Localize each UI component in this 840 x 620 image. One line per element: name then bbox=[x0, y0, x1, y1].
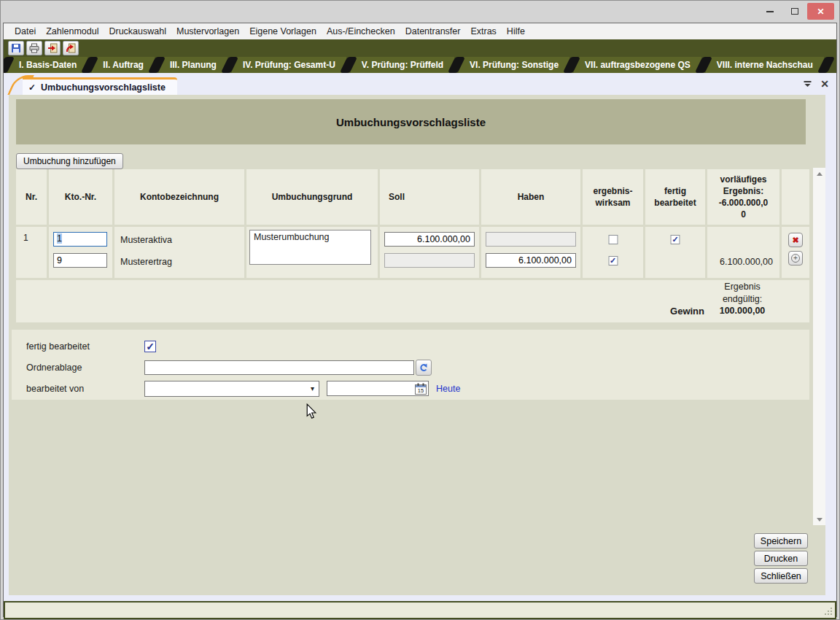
delete-icon: ✖ bbox=[792, 236, 798, 245]
menubar: Datei Zahlenmodul Druckauswahl Mustervor… bbox=[4, 23, 836, 39]
subtab-close-icon[interactable]: ✕ bbox=[820, 79, 829, 89]
heute-link[interactable]: Heute bbox=[436, 384, 460, 394]
drucken-button[interactable]: Drucken bbox=[754, 551, 808, 566]
page-title-band: Umbuchungsvorschlagsliste bbox=[16, 99, 806, 144]
tab-list-icon[interactable] bbox=[804, 81, 812, 88]
speichern-button[interactable]: Speichern bbox=[754, 533, 808, 549]
col-header-kontobezeichnung: Kontobezeichnung bbox=[114, 169, 244, 225]
menu-mustervorlagen[interactable]: Mustervorlagen bbox=[171, 24, 244, 39]
status-bar bbox=[4, 601, 836, 619]
undo-button[interactable] bbox=[416, 360, 432, 376]
subtab-umbuchungsvorschlagsliste[interactable]: ✓ Umbuchungsvorschlagsliste bbox=[23, 77, 177, 95]
resize-grip[interactable] bbox=[823, 606, 833, 616]
fertig-bearbeitet-row-checkbox[interactable] bbox=[671, 235, 680, 244]
checkout-icon bbox=[47, 43, 58, 53]
ordnerablage-input[interactable] bbox=[144, 360, 414, 375]
tab-auftrag[interactable]: II. Auftrag bbox=[92, 57, 155, 73]
fertig-bearbeitet-checkbox[interactable] bbox=[144, 341, 156, 352]
menu-datentransfer[interactable]: Datentransfer bbox=[400, 24, 466, 39]
save-button[interactable] bbox=[8, 41, 24, 55]
gewinn-label: Gewinn bbox=[642, 306, 704, 317]
umbuchung-table: Nr. Kto.-Nr. Kontobezeichnung Umbuchungs… bbox=[16, 169, 809, 278]
delete-row-button[interactable]: ✖ bbox=[788, 233, 803, 247]
menu-eigene-vorlagen[interactable]: Eigene Vorlagen bbox=[244, 24, 322, 39]
col-header-fertig-bearbeitet: fertig bearbeitet bbox=[645, 169, 705, 225]
vorlaeufiges-ergebnis-value: 6.100.000,00 bbox=[720, 257, 773, 267]
col-header-vorlaeufiges-ergebnis: vorläufiges Ergebnis: -6.000.000,0 0 bbox=[707, 169, 779, 225]
app-frame: Datei Zahlenmodul Druckauswahl Mustervor… bbox=[3, 23, 837, 617]
undo-icon bbox=[419, 363, 429, 373]
vertical-scrollbar[interactable] bbox=[813, 168, 825, 525]
add-row-button[interactable]: + bbox=[788, 251, 803, 266]
bezeichnung-haben: Musterertrag bbox=[120, 257, 172, 267]
table-footer: Gewinn Ergebnis endgültig: 100.000,00 bbox=[16, 280, 809, 322]
selected-text: 1 bbox=[57, 233, 62, 244]
close-icon: ✕ bbox=[817, 7, 824, 17]
tab-pruefung-sonstige[interactable]: VI. Prüfung: Sonstige bbox=[459, 57, 569, 73]
close-button[interactable]: ✕ bbox=[807, 3, 834, 20]
maximize-button[interactable] bbox=[784, 3, 806, 20]
chevron-down-icon: ▾ bbox=[311, 384, 314, 392]
col-header-ergebniswirksam: ergebnis- wirksam bbox=[583, 169, 643, 225]
minimize-icon bbox=[766, 11, 774, 12]
konto-soll-input[interactable]: 1 bbox=[53, 232, 107, 247]
soll-disabled-input bbox=[384, 253, 475, 268]
main-tab-bar: I. Basis-Daten II. Auftrag III. Planung … bbox=[4, 57, 836, 73]
row-ergebniswirksam-cell bbox=[583, 227, 643, 278]
scroll-down-icon[interactable] bbox=[813, 514, 825, 525]
col-header-actions bbox=[782, 169, 809, 225]
tab-interne-nachschau[interactable]: VIII. interne Nachschau bbox=[706, 57, 824, 73]
col-header-umbuchungsgrund: Umbuchungsgrund bbox=[246, 169, 378, 225]
datum-input[interactable]: 15 bbox=[327, 381, 429, 396]
page-title: Umbuchungsvorschlagsliste bbox=[336, 116, 486, 128]
application-window: { "titlebar": { "close_glyph": "✕" }, "m… bbox=[0, 0, 840, 620]
menu-datei[interactable]: Datei bbox=[9, 24, 41, 39]
menu-hilfe[interactable]: Hilfe bbox=[502, 24, 530, 39]
haben-input[interactable] bbox=[486, 253, 576, 268]
row-grund-cell: Musterumbuchung bbox=[246, 227, 378, 278]
schliessen-button[interactable]: Schließen bbox=[754, 568, 808, 584]
tab-auftragsbezogene-qs[interactable]: VII. auftragsbezogene QS bbox=[574, 57, 701, 73]
row-fertig-cell bbox=[645, 227, 705, 278]
tab-pruefung-gesamt[interactable]: IV. Prüfung: Gesamt-U bbox=[232, 57, 346, 73]
print-button[interactable] bbox=[26, 41, 42, 55]
menu-zahlenmodul[interactable]: Zahlenmodul bbox=[41, 24, 104, 39]
scroll-up-icon[interactable] bbox=[813, 168, 825, 179]
tab-basis-daten[interactable]: I. Basis-Daten bbox=[8, 57, 88, 73]
col-header-soll: Soll bbox=[380, 169, 479, 225]
col-header-kto-nr: Kto.-Nr. bbox=[49, 169, 112, 225]
row-bezeichnung-cell: Musteraktiva Musterertrag bbox=[114, 227, 244, 278]
svg-text:15: 15 bbox=[418, 387, 424, 394]
calendar-icon[interactable]: 15 bbox=[415, 383, 427, 395]
tab-pruefung-prueffeld[interactable]: V. Prüfung: Prüffeld bbox=[351, 57, 454, 73]
ergebniswirksam-soll-checkbox[interactable] bbox=[608, 235, 618, 244]
tab-planung[interactable]: III. Planung bbox=[159, 57, 228, 73]
bearbeitet-von-select[interactable]: ▾ bbox=[144, 381, 319, 397]
ordnerablage-label: Ordnerablage bbox=[26, 363, 144, 373]
menu-druckauswahl[interactable]: Druckauswahl bbox=[104, 24, 171, 39]
konto-haben-input[interactable] bbox=[53, 253, 107, 268]
row-konto-cell: 1 bbox=[49, 227, 112, 278]
checkout-button[interactable] bbox=[44, 41, 61, 55]
checkin-button[interactable] bbox=[63, 41, 79, 55]
check-icon: ✓ bbox=[28, 82, 36, 93]
row-haben-cell bbox=[481, 227, 580, 278]
checkin-icon bbox=[66, 43, 76, 53]
print-icon bbox=[29, 43, 39, 53]
row-vorlaeufig-cell: 6.100.000,00 bbox=[707, 227, 779, 278]
row-soll-cell bbox=[380, 227, 479, 278]
ergebniswirksam-haben-checkbox[interactable] bbox=[608, 256, 618, 266]
ergebnis-endgueltig-label: Ergebnis endgültig: bbox=[704, 281, 780, 305]
menu-extras[interactable]: Extras bbox=[465, 24, 501, 39]
ergebnis-endgueltig-value: 100.000,00 bbox=[704, 305, 780, 317]
ergebnis-endgueltig: Ergebnis endgültig: 100.000,00 bbox=[704, 281, 780, 317]
subtab-label: Umbuchungsvorschlagsliste bbox=[41, 82, 166, 93]
add-umbuchung-button[interactable]: Umbuchung hinzufügen bbox=[16, 153, 123, 169]
mouse-cursor bbox=[306, 403, 317, 422]
menu-aus-einchecken[interactable]: Aus-/Einchecken bbox=[322, 24, 400, 39]
save-icon bbox=[11, 43, 21, 53]
soll-input[interactable] bbox=[384, 232, 475, 247]
minimize-button[interactable] bbox=[759, 3, 781, 20]
row-nr: 1 bbox=[16, 227, 47, 278]
umbuchungsgrund-input[interactable]: Musterumbuchung bbox=[249, 230, 371, 265]
